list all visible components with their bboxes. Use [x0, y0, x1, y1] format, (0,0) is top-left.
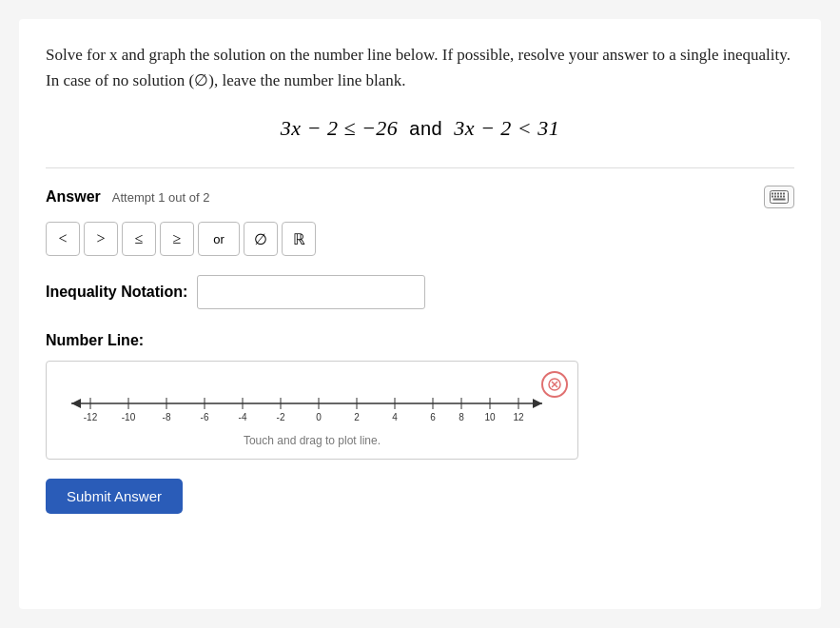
equation-display: 3x − 2 ≤ −26 and 3x − 2 < 31	[46, 116, 794, 141]
svg-text:12: 12	[513, 412, 524, 422]
submit-answer-button[interactable]: Submit Answer	[46, 479, 183, 514]
svg-text:4: 4	[392, 412, 398, 422]
svg-text:0: 0	[316, 412, 322, 422]
svg-rect-8	[777, 196, 779, 198]
svg-text:6: 6	[430, 412, 436, 422]
conjunction-text: and	[409, 118, 442, 140]
answer-label-group: Answer Attempt 1 out of 2	[46, 188, 209, 206]
svg-text:10: 10	[484, 412, 496, 422]
answer-header: Answer Attempt 1 out of 2	[46, 186, 794, 208]
less-than-button[interactable]: <	[46, 222, 80, 256]
svg-text:-10: -10	[122, 412, 136, 422]
svg-text:-12: -12	[84, 412, 98, 422]
svg-rect-3	[777, 193, 779, 195]
real-numbers-button[interactable]: ℝ	[282, 222, 316, 256]
svg-rect-7	[774, 196, 776, 198]
keyboard-icon-button[interactable]	[764, 186, 794, 208]
svg-rect-10	[783, 196, 785, 198]
svg-text:8: 8	[459, 412, 464, 422]
svg-text:-2: -2	[277, 412, 285, 422]
number-line-label: Number Line:	[46, 332, 794, 349]
svg-text:-6: -6	[201, 412, 209, 422]
svg-marker-16	[71, 399, 81, 408]
svg-rect-9	[780, 196, 782, 198]
svg-text:-4: -4	[239, 412, 247, 422]
answer-label: Answer	[46, 188, 101, 205]
section-divider	[46, 167, 794, 168]
svg-text:-8: -8	[163, 412, 171, 422]
instruction-text: Solve for x and graph the solution on th…	[46, 46, 791, 89]
greater-than-button[interactable]: >	[84, 222, 118, 256]
clear-number-line-button[interactable]	[541, 371, 568, 398]
inequality-notation-label: Inequality Notation:	[46, 284, 187, 301]
svg-rect-6	[772, 196, 773, 198]
svg-rect-2	[774, 193, 776, 195]
svg-rect-5	[783, 193, 785, 195]
problem-instruction: Solve for x and graph the solution on th…	[46, 42, 794, 93]
svg-rect-1	[772, 193, 773, 195]
svg-rect-11	[773, 199, 786, 201]
main-container: Solve for x and graph the solution on th…	[19, 19, 821, 609]
inequality-notation-input[interactable]	[197, 275, 425, 309]
equation-part1: 3x − 2 ≤ −26	[281, 116, 399, 141]
empty-set-button[interactable]: ∅	[244, 222, 278, 256]
svg-marker-17	[533, 399, 542, 408]
svg-rect-4	[780, 193, 782, 195]
attempt-text: Attempt 1 out of 2	[112, 190, 210, 205]
drag-hint: Touch and drag to plot line.	[62, 434, 562, 447]
svg-text:2: 2	[354, 412, 360, 422]
greater-equal-button[interactable]: ≥	[160, 222, 194, 256]
number-line-container[interactable]: -12 -10 -8 -6 -4 -2 0	[46, 361, 578, 460]
less-equal-button[interactable]: ≤	[122, 222, 156, 256]
symbol-buttons-row: < > ≤ ≥ or ∅ ℝ	[46, 222, 794, 256]
inequality-notation-row: Inequality Notation:	[46, 275, 794, 309]
number-line-svg[interactable]: -12 -10 -8 -6 -4 -2 0	[62, 377, 562, 428]
or-button[interactable]: or	[198, 222, 240, 256]
equation-part2: 3x − 2 < 31	[454, 116, 559, 141]
